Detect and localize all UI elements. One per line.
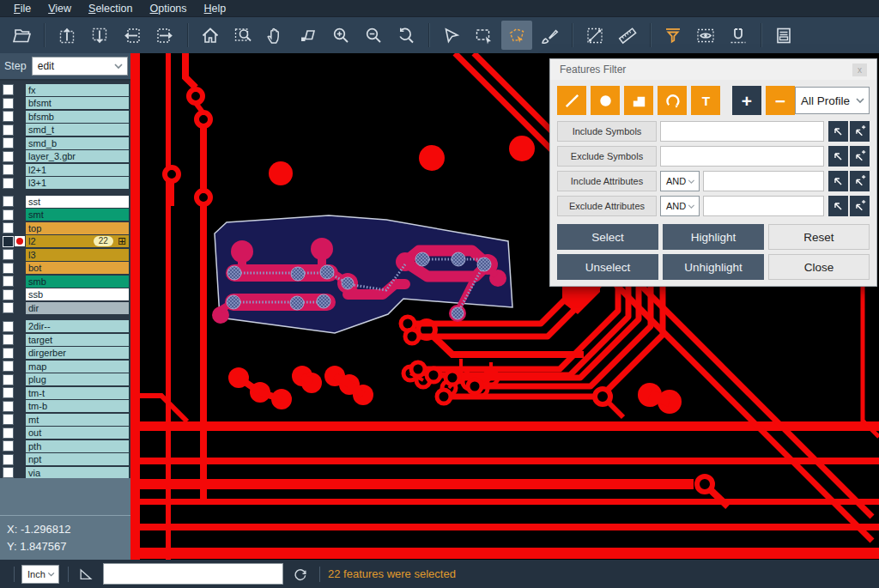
filter-icon[interactable]: [658, 21, 688, 50]
exclude-attributes-input[interactable]: [703, 196, 824, 216]
layer-visibility-checkbox[interactable]: [3, 137, 14, 149]
arc-feature-icon[interactable]: [658, 86, 687, 115]
layer-visibility-checkbox[interactable]: [3, 151, 14, 162]
layer-row-ssb[interactable]: ssb: [0, 288, 130, 302]
zoom-area-icon[interactable]: [227, 21, 258, 50]
include-symbols-button[interactable]: Include Symbols: [557, 121, 657, 142]
layer-color-bar[interactable]: via: [26, 467, 129, 479]
layer-visibility-checkbox[interactable]: [3, 467, 14, 478]
layer-visibility-checkbox[interactable]: [3, 263, 14, 274]
unselect-button[interactable]: Unselect: [557, 254, 658, 280]
menu-options[interactable]: Options: [141, 0, 195, 17]
layer-visibility-checkbox[interactable]: [3, 427, 14, 439]
layer-color-bar[interactable]: dirgerber: [26, 347, 129, 359]
pick-from-canvas-button[interactable]: [828, 196, 848, 216]
pick-from-canvas-button[interactable]: [828, 121, 848, 142]
layer-color-bar[interactable]: plug: [26, 373, 129, 385]
layer-color-bar[interactable]: map: [26, 361, 129, 373]
layer-visibility-checkbox[interactable]: [3, 414, 14, 425]
pick-add-from-canvas-button[interactable]: [850, 171, 870, 191]
layer-row-map[interactable]: map: [0, 360, 130, 373]
pan-up-icon[interactable]: [52, 21, 82, 50]
refresh-icon[interactable]: [292, 566, 309, 583]
layer-row-bot[interactable]: bot: [0, 262, 130, 276]
and-operator-select[interactable]: AND: [660, 196, 700, 216]
pick-from-canvas-button[interactable]: [828, 171, 848, 191]
layer-color-bar[interactable]: bfsmb: [26, 111, 129, 123]
layer-grid-icon[interactable]: ⊞: [118, 236, 126, 246]
layer-color-bar[interactable]: tm-t: [26, 387, 129, 399]
select-arrow-icon[interactable]: [436, 21, 467, 50]
layer-visibility-checkbox[interactable]: [3, 302, 14, 313]
profile-select[interactable]: All Profile: [795, 87, 870, 114]
form-editor-icon[interactable]: [768, 21, 799, 50]
layer-row-target[interactable]: target: [0, 333, 130, 347]
layer-row-sst[interactable]: sst: [0, 195, 130, 209]
layer-row-bfsmb[interactable]: bfsmb: [0, 110, 130, 124]
layer-visibility-checkbox[interactable]: [3, 454, 14, 465]
layer-row-tm-b[interactable]: tm-b: [0, 400, 130, 414]
include-symbols-input[interactable]: [660, 121, 824, 142]
layer-visibility-checkbox[interactable]: [3, 124, 14, 136]
text-feature-icon[interactable]: T: [691, 86, 720, 115]
step-select[interactable]: edit: [32, 57, 128, 76]
layer-row-top[interactable]: top: [0, 221, 130, 235]
layer-color-bar[interactable]: bot: [26, 262, 129, 274]
include-attributes-input[interactable]: [703, 171, 824, 191]
layer-visibility-checkbox[interactable]: [3, 111, 14, 122]
layer-color-bar[interactable]: l2+1: [26, 164, 129, 176]
layer-row-mt[interactable]: mt: [0, 413, 130, 427]
layer-color-bar[interactable]: ssb: [26, 288, 129, 300]
layer-row-smd-t[interactable]: smd_t: [0, 124, 130, 137]
layer-visibility-checkbox[interactable]: [3, 249, 14, 260]
pan-left-icon[interactable]: [117, 21, 148, 50]
layer-visibility-checkbox[interactable]: [3, 98, 14, 109]
ruler-icon[interactable]: [612, 21, 643, 50]
layer-row-bfsmt[interactable]: bfsmt: [0, 97, 130, 111]
layer-row-plug[interactable]: plug: [0, 373, 130, 387]
layer-visibility-checkbox[interactable]: [3, 164, 14, 175]
layer-color-bar[interactable]: top: [26, 222, 129, 234]
menu-view[interactable]: View: [39, 0, 80, 17]
layer-row-smt[interactable]: smt: [0, 209, 130, 222]
reset-button[interactable]: Reset: [768, 224, 870, 250]
home-icon[interactable]: [195, 21, 226, 50]
layer-visibility-checkbox[interactable]: [3, 236, 14, 247]
layer-color-bar[interactable]: tm-b: [26, 400, 129, 412]
exclude-symbols-button[interactable]: Exclude Symbols: [557, 146, 657, 167]
layer-color-bar[interactable]: pth: [26, 440, 129, 452]
layer-color-bar[interactable]: smd_t: [26, 124, 129, 136]
layer-visibility-checkbox[interactable]: [3, 84, 14, 95]
layer-row-dirgerber[interactable]: dirgerber: [0, 347, 130, 361]
layer-row-out[interactable]: out: [0, 427, 130, 440]
rect-select-icon[interactable]: [469, 21, 500, 50]
add-filter-button[interactable]: +: [732, 86, 761, 115]
pan-right-icon[interactable]: [149, 21, 180, 50]
layer-visibility-checkbox[interactable]: [3, 361, 14, 372]
snap-magnet-icon[interactable]: [723, 21, 754, 50]
layer-color-bar[interactable]: smt: [26, 209, 129, 221]
unhighlight-button[interactable]: Unhighlight: [663, 254, 764, 280]
layer-row-dir[interactable]: dir: [0, 301, 130, 315]
layer-row-l3-1[interactable]: l3+1: [0, 177, 130, 191]
angle-measure-icon[interactable]: [77, 566, 94, 583]
layer-row-smb[interactable]: smb: [0, 275, 130, 288]
reshape-icon[interactable]: [293, 21, 324, 50]
layer-color-bar[interactable]: target: [26, 334, 129, 346]
measure-icon[interactable]: [579, 21, 610, 50]
layer-visibility-checkbox[interactable]: [3, 276, 14, 287]
layer-row-l2-1[interactable]: l2+1: [0, 163, 130, 177]
brush-icon[interactable]: [534, 21, 565, 50]
layer-color-bar[interactable]: 2dir--: [26, 320, 129, 332]
dialog-title-bar[interactable]: Features Filter x: [550, 59, 876, 80]
layer-visibility-checkbox[interactable]: [3, 374, 14, 385]
pick-add-from-canvas-button[interactable]: [850, 121, 870, 142]
layer-visibility-checkbox[interactable]: [3, 440, 14, 452]
layer-visibility-checkbox[interactable]: [3, 178, 14, 189]
menu-file[interactable]: File: [5, 0, 39, 17]
units-select[interactable]: Inch: [21, 565, 59, 584]
layer-visibility-checkbox[interactable]: [3, 387, 14, 398]
layer-visibility-checkbox[interactable]: [3, 289, 14, 300]
layer-row-smd-b[interactable]: smd_b: [0, 136, 130, 150]
zoom-previous-icon[interactable]: [391, 21, 421, 50]
